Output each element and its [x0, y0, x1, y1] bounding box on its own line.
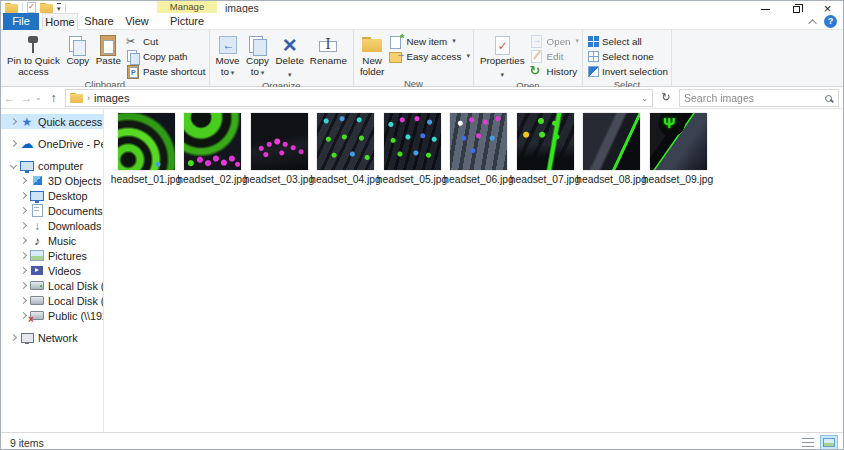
chevron-right-icon[interactable] — [20, 177, 27, 184]
tab-share[interactable]: Share — [81, 13, 117, 30]
paste-shortcut-button[interactable]: Paste shortcut — [126, 64, 206, 78]
file-item[interactable]: Ψheadset_09.jpg — [649, 113, 707, 185]
tab-file[interactable]: File — [3, 13, 39, 30]
help-icon[interactable]: ? — [824, 15, 837, 28]
restore-icon — [793, 6, 800, 13]
file-thumbnail — [517, 113, 574, 170]
chevron-right-icon[interactable] — [20, 222, 27, 229]
properties-qat-icon[interactable] — [27, 2, 36, 13]
file-item[interactable]: headset_03.jpg — [250, 113, 308, 185]
thumbnails-view-button[interactable] — [820, 435, 838, 450]
chevron-right-icon[interactable] — [20, 267, 27, 274]
cut-button[interactable]: Cut — [126, 34, 206, 48]
edit-button[interactable]: Edit — [530, 49, 579, 63]
file-name: headset_09.jpg — [643, 174, 713, 185]
forward-button[interactable]: → — [18, 91, 35, 105]
tab-home[interactable]: Home — [42, 13, 78, 30]
select-none-button[interactable]: Select none — [588, 49, 668, 63]
customize-qat-dropdown-icon[interactable]: ▾ — [57, 3, 61, 12]
chevron-right-icon[interactable] — [10, 334, 17, 341]
breadcrumb-location[interactable]: images — [94, 92, 129, 104]
rename-button[interactable]: Rename — [307, 32, 350, 67]
easy-access-button[interactable]: Easy access — [389, 49, 470, 63]
sidebar-item-music[interactable]: Music — [1, 233, 103, 248]
search-box[interactable] — [679, 89, 839, 107]
copy-label: Copy — [66, 56, 89, 67]
new-folder-qat-icon[interactable] — [40, 3, 53, 13]
refresh-button[interactable]: ↻ — [657, 89, 675, 107]
chevron-right-icon[interactable] — [20, 282, 27, 289]
pin-to-quick-access-button[interactable]: Pin to Quick access — [4, 32, 63, 77]
delete-button[interactable]: Delete — [273, 32, 307, 79]
sidebar-item-network[interactable]: Network — [1, 330, 103, 345]
drive-x-icon — [30, 309, 44, 322]
tab-view[interactable]: View — [120, 13, 154, 30]
properties-button[interactable]: Properties — [477, 32, 528, 79]
select-all-button[interactable]: Select all — [588, 34, 668, 48]
folder-icon — [70, 93, 83, 103]
sidebar-item-documents[interactable]: Documents — [1, 203, 103, 218]
file-item[interactable]: headset_01.jpg — [117, 113, 175, 185]
file-item[interactable]: headset_02.jpg — [184, 113, 242, 185]
chevron-right-icon[interactable] — [20, 237, 27, 244]
sidebar-item-onedrive[interactable]: OneDrive - Personal — [1, 136, 103, 151]
explorer-icon[interactable] — [5, 3, 18, 13]
file-item[interactable]: headset_07.jpg — [516, 113, 574, 185]
file-thumbnail — [583, 113, 640, 170]
copy-path-button[interactable]: Copy path — [126, 49, 206, 63]
back-button[interactable]: ← — [1, 91, 18, 105]
chevron-right-icon[interactable] — [20, 207, 27, 214]
manage-contextual-header[interactable]: Manage — [157, 1, 217, 13]
status-bar: 9 items — [1, 432, 843, 450]
chevron-right-icon[interactable] — [20, 192, 27, 199]
ribbon-tabs: File Home Share View Picture Tools — [1, 13, 843, 30]
address-dropdown-icon[interactable]: ⌄ — [641, 94, 648, 103]
sidebar-item-quick-access[interactable]: Quick access — [1, 114, 103, 129]
address-bar[interactable]: › images ⌄ — [65, 89, 653, 107]
invert-selection-button[interactable]: Invert selection — [588, 64, 668, 78]
search-input[interactable] — [684, 92, 825, 104]
file-name: headset_07.jpg — [510, 174, 580, 185]
chevron-down-icon[interactable] — [10, 162, 17, 169]
sidebar-item-videos[interactable]: Videos — [1, 263, 103, 278]
paste-button[interactable]: Paste — [93, 32, 124, 67]
history-button[interactable]: History — [530, 64, 579, 78]
file-item[interactable]: headset_04.jpg — [317, 113, 375, 185]
chevron-right-icon[interactable] — [20, 252, 27, 259]
sidebar-item-desktop[interactable]: Desktop — [1, 188, 103, 203]
copy-path-icon — [126, 50, 140, 63]
sidebar-item-pictures[interactable]: Pictures — [1, 248, 103, 263]
invert-selection-label: Invert selection — [602, 66, 668, 77]
open-button[interactable]: Open — [530, 34, 579, 48]
chevron-right-icon[interactable] — [20, 312, 27, 319]
file-item[interactable]: headset_06.jpg — [450, 113, 508, 185]
monitor-icon — [20, 159, 34, 172]
sidebar-item-computer[interactable]: computer — [1, 158, 103, 173]
sidebar-item-local-disk-c[interactable]: Local Disk (C:) — [1, 278, 103, 293]
sidebar-item-local-disk-d[interactable]: Local Disk (D:) — [1, 293, 103, 308]
chevron-right-icon[interactable] — [10, 140, 17, 147]
file-name: headset_08.jpg — [576, 174, 646, 185]
new-item-button[interactable]: New item — [389, 34, 470, 48]
up-button[interactable]: ↑ — [45, 91, 62, 105]
chevron-right-icon[interactable] — [20, 297, 27, 304]
copy-to-button[interactable]: Copy to — [243, 32, 273, 78]
sidebar-item-3d-objects[interactable]: 3D Objects — [1, 173, 103, 188]
title-bar: ▾ Manage images × — [1, 1, 843, 13]
copy-button[interactable]: Copy — [63, 32, 93, 67]
file-item[interactable]: headset_08.jpg — [583, 113, 641, 185]
minimize-icon — [761, 9, 770, 10]
chevron-right-icon[interactable] — [10, 118, 17, 125]
copy-path-label: Copy path — [143, 51, 188, 62]
tab-picture-tools[interactable]: Picture Tools — [157, 13, 217, 30]
details-view-button[interactable] — [799, 435, 817, 450]
file-item[interactable]: headset_05.jpg — [383, 113, 441, 185]
recent-locations-dropdown-icon[interactable]: ⌄ — [35, 93, 45, 102]
cut-icon — [126, 35, 140, 48]
new-folder-button[interactable]: New folder — [357, 32, 388, 77]
sidebar-item-public-share[interactable]: Public (\\192.168.14.2 — [1, 308, 103, 323]
sidebar-item-downloads[interactable]: Downloads — [1, 218, 103, 233]
move-to-label: Move to — [216, 56, 240, 78]
move-to-button[interactable]: Move to — [213, 32, 243, 78]
item-count: 9 items — [10, 437, 44, 449]
